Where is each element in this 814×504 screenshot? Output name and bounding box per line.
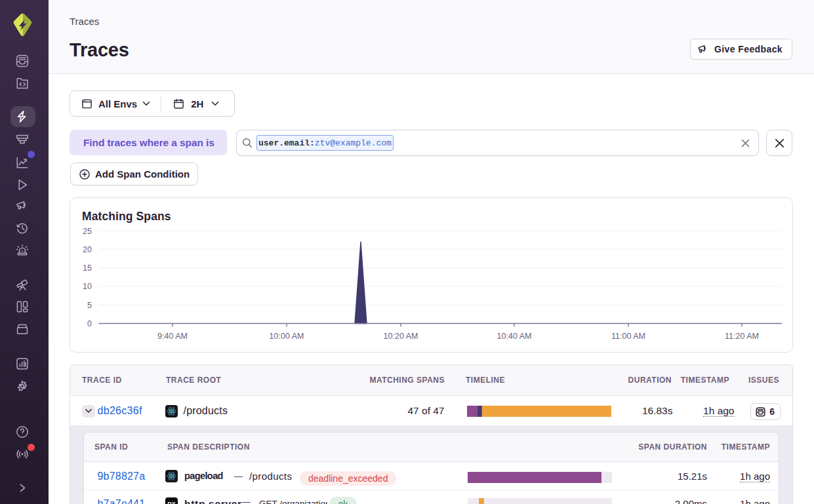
svg-text:15: 15 [83, 263, 92, 273]
svg-text:20: 20 [83, 245, 92, 254]
svg-text:10: 10 [83, 282, 92, 291]
svg-text:5: 5 [87, 301, 92, 310]
svg-text:25: 25 [83, 227, 92, 236]
svg-text:10:20 AM: 10:20 AM [384, 332, 418, 341]
svg-text:DX: DX [167, 501, 176, 504]
svg-text:11:00 AM: 11:00 AM [611, 332, 645, 341]
svg-text:0: 0 [87, 319, 92, 328]
svg-text:11:20 AM: 11:20 AM [725, 332, 759, 341]
svg-text:10:00 AM: 10:00 AM [270, 332, 304, 341]
svg-text:9:40 AM: 9:40 AM [157, 332, 188, 341]
svg-text:10:40 AM: 10:40 AM [497, 332, 532, 341]
